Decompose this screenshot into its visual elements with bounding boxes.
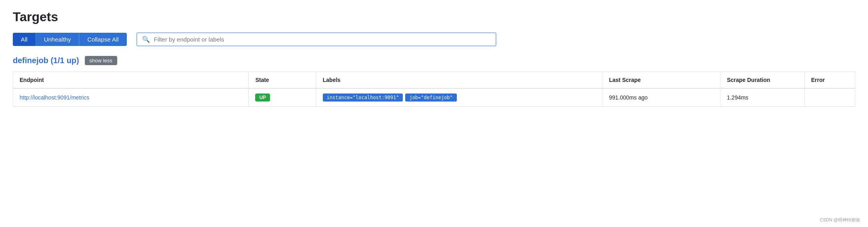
col-header-scrape-duration: Scrape Duration xyxy=(720,72,805,89)
cell-error xyxy=(804,88,855,107)
targets-table: Endpoint State Labels Last Scrape Scrape… xyxy=(13,72,855,107)
watermark: CSDN @明神特烦恼 xyxy=(820,217,860,223)
page-title: Targets xyxy=(13,10,855,24)
collapse-all-button[interactable]: Collapse All xyxy=(79,33,126,46)
cell-last-scrape: 991.000ms ago xyxy=(602,88,720,107)
labels-container: instance="localhost:9091"job="definejob" xyxy=(323,94,596,102)
show-less-button[interactable]: show less xyxy=(85,56,117,65)
filter-all-button[interactable]: All xyxy=(13,33,36,46)
table-header-row: Endpoint State Labels Last Scrape Scrape… xyxy=(13,72,855,89)
label-badge: instance="localhost:9091" xyxy=(323,94,403,102)
col-header-error: Error xyxy=(804,72,855,89)
search-container: 🔍 xyxy=(136,32,496,46)
search-icon: 🔍 xyxy=(142,36,150,43)
toolbar: All Unhealthy Collapse All 🔍 xyxy=(13,32,855,46)
col-header-last-scrape: Last Scrape xyxy=(602,72,720,89)
filter-button-group: All Unhealthy Collapse All xyxy=(13,33,127,46)
table-row: http://localhost:9091/metricsUPinstance=… xyxy=(13,88,855,107)
filter-unhealthy-button[interactable]: Unhealthy xyxy=(36,33,80,46)
search-input[interactable] xyxy=(154,36,491,43)
cell-state: UP xyxy=(249,88,316,107)
col-header-labels: Labels xyxy=(316,72,602,89)
col-header-state: State xyxy=(249,72,316,89)
state-badge: UP xyxy=(255,94,270,102)
job-title: definejob (1/1 up) xyxy=(13,56,79,65)
job-section: definejob (1/1 up) show less Endpoint St… xyxy=(13,56,855,107)
cell-endpoint: http://localhost:9091/metrics xyxy=(13,88,249,107)
col-header-endpoint: Endpoint xyxy=(13,72,249,89)
cell-scrape-duration: 1.294ms xyxy=(720,88,805,107)
endpoint-link[interactable]: http://localhost:9091/metrics xyxy=(20,94,89,101)
job-header: definejob (1/1 up) show less xyxy=(13,56,855,65)
cell-labels: instance="localhost:9091"job="definejob" xyxy=(316,88,602,107)
label-badge: job="definejob" xyxy=(405,94,456,102)
